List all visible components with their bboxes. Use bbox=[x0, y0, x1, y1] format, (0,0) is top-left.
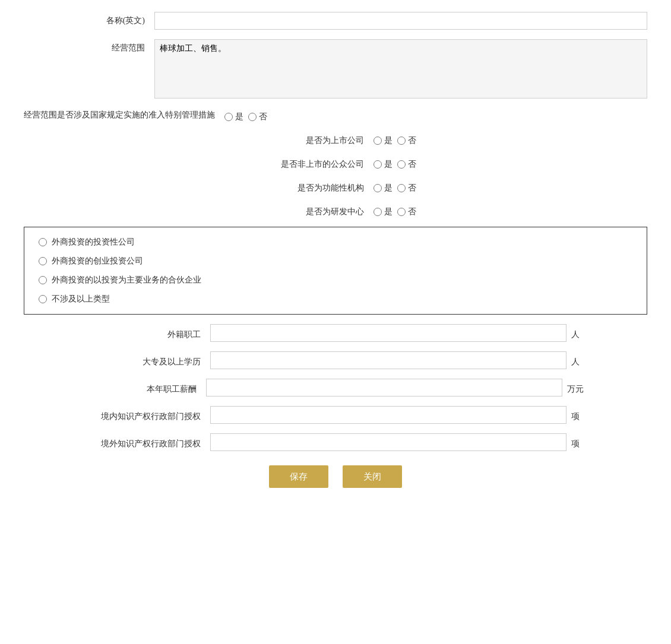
rnd-center-no-text: 否 bbox=[408, 207, 416, 217]
button-area: 保存 关闭 bbox=[24, 465, 647, 488]
investment-option-3-text: 外商投资的以投资为主要业务的合伙企业 bbox=[52, 275, 201, 285]
investment-option-1-text: 外商投资的投资性公司 bbox=[52, 237, 135, 248]
non-listed-public-label: 是否非上市的公众公司 bbox=[255, 156, 374, 170]
investment-type-radio-1[interactable] bbox=[39, 238, 47, 246]
annual-salary-row: 本年职工薪酬 万元 bbox=[24, 379, 647, 396]
special-management-no-radio[interactable] bbox=[248, 113, 257, 121]
non-listed-public-row: 是否非上市的公众公司 是 否 bbox=[24, 156, 647, 170]
foreign-workers-label: 外籍职工 bbox=[91, 326, 210, 340]
investment-option-1[interactable]: 外商投资的投资性公司 bbox=[39, 237, 632, 248]
investment-option-2[interactable]: 外商投资的创业投资公司 bbox=[39, 256, 632, 267]
listed-company-yes-radio[interactable] bbox=[374, 137, 382, 145]
foreign-ip-row: 境外知识产权行政部门授权 项 bbox=[24, 433, 647, 451]
domestic-ip-row: 境内知识产权行政部门授权 项 bbox=[24, 406, 647, 424]
special-management-label: 经营范围是否涉及国家规定实施的准入特别管理措施 bbox=[24, 110, 224, 120]
rnd-center-row: 是否为研发中心 是 否 bbox=[24, 203, 647, 217]
functional-org-radio-group: 是 否 bbox=[374, 179, 416, 193]
foreign-workers-input[interactable] bbox=[210, 324, 566, 342]
non-listed-public-yes-label[interactable]: 是 bbox=[374, 159, 393, 170]
functional-org-row: 是否为功能性机构 是 否 bbox=[24, 179, 647, 193]
rnd-center-yes-text: 是 bbox=[384, 207, 393, 217]
business-scope-label: 经营范围 bbox=[24, 39, 154, 53]
foreign-ip-input[interactable] bbox=[210, 433, 566, 451]
name-en-row: 各称(英文) bbox=[24, 12, 647, 30]
rnd-center-radio-group: 是 否 bbox=[374, 203, 416, 217]
special-management-yes-text: 是 bbox=[235, 112, 243, 122]
rnd-center-yes-label[interactable]: 是 bbox=[374, 207, 393, 217]
functional-org-yes-label[interactable]: 是 bbox=[374, 183, 393, 193]
foreign-workers-unit: 人 bbox=[566, 326, 580, 340]
college-degree-input[interactable] bbox=[210, 351, 566, 369]
investment-option-4-text: 不涉及以上类型 bbox=[52, 294, 110, 304]
functional-org-label: 是否为功能性机构 bbox=[255, 179, 374, 193]
annual-salary-input[interactable] bbox=[206, 379, 562, 396]
non-listed-public-yes-radio[interactable] bbox=[374, 160, 382, 169]
non-listed-public-yes-text: 是 bbox=[384, 159, 393, 170]
special-management-no-text: 否 bbox=[259, 112, 267, 122]
business-scope-input[interactable]: 棒球加工、销售。 bbox=[154, 39, 647, 99]
college-degree-row: 大专及以上学历 人 bbox=[24, 351, 647, 369]
form-container: 各称(英文) 经营范围 棒球加工、销售。 经营范围是否涉及国家规定实施的准入特别… bbox=[24, 12, 647, 488]
special-management-yes-radio[interactable] bbox=[224, 113, 233, 121]
listed-company-row: 是否为上市公司 是 否 bbox=[24, 132, 647, 146]
rnd-center-label: 是否为研发中心 bbox=[255, 203, 374, 217]
listed-company-no-radio[interactable] bbox=[397, 137, 406, 145]
name-en-label: 各称(英文) bbox=[24, 12, 154, 26]
special-management-radio-group: 是 否 bbox=[224, 108, 267, 122]
non-listed-public-radio-group: 是 否 bbox=[374, 156, 416, 170]
non-listed-public-no-label[interactable]: 否 bbox=[397, 159, 416, 170]
listed-company-no-text: 否 bbox=[408, 135, 416, 146]
foreign-workers-row: 外籍职工 人 bbox=[24, 324, 647, 342]
non-listed-public-no-radio[interactable] bbox=[397, 160, 406, 169]
rnd-center-yes-radio[interactable] bbox=[374, 208, 382, 216]
functional-org-no-radio[interactable] bbox=[397, 184, 406, 192]
business-scope-row: 经营范围 棒球加工、销售。 bbox=[24, 39, 647, 99]
listed-company-yes-text: 是 bbox=[384, 135, 393, 146]
domestic-ip-unit: 项 bbox=[566, 408, 580, 422]
close-button[interactable]: 关闭 bbox=[343, 465, 402, 488]
domestic-ip-input[interactable] bbox=[210, 406, 566, 424]
investment-type-radio-3[interactable] bbox=[39, 276, 47, 284]
non-listed-public-no-text: 否 bbox=[408, 159, 416, 170]
annual-salary-unit: 万元 bbox=[562, 380, 584, 395]
investment-type-radio-4[interactable] bbox=[39, 295, 47, 303]
listed-company-label: 是否为上市公司 bbox=[255, 132, 374, 146]
investment-option-2-text: 外商投资的创业投资公司 bbox=[52, 256, 143, 267]
investment-type-radio-2[interactable] bbox=[39, 257, 47, 265]
special-management-row: 经营范围是否涉及国家规定实施的准入特别管理措施 是 否 bbox=[24, 108, 647, 122]
investment-option-4[interactable]: 不涉及以上类型 bbox=[39, 294, 632, 304]
functional-org-yes-radio[interactable] bbox=[374, 184, 382, 192]
listed-company-yes-label[interactable]: 是 bbox=[374, 135, 393, 146]
rnd-center-no-label[interactable]: 否 bbox=[397, 207, 416, 217]
functional-org-yes-text: 是 bbox=[384, 183, 393, 193]
listed-company-no-label[interactable]: 否 bbox=[397, 135, 416, 146]
annual-salary-label: 本年职工薪酬 bbox=[87, 380, 206, 395]
special-management-no-label[interactable]: 否 bbox=[248, 112, 267, 122]
save-button[interactable]: 保存 bbox=[269, 465, 328, 488]
investment-option-3[interactable]: 外商投资的以投资为主要业务的合伙企业 bbox=[39, 275, 632, 285]
name-en-input[interactable] bbox=[154, 12, 647, 30]
college-degree-unit: 人 bbox=[566, 353, 580, 367]
foreign-ip-label: 境外知识产权行政部门授权 bbox=[91, 435, 210, 449]
functional-org-no-text: 否 bbox=[408, 183, 416, 193]
foreign-ip-unit: 项 bbox=[566, 435, 580, 449]
special-management-yes-label[interactable]: 是 bbox=[224, 112, 243, 122]
college-degree-label: 大专及以上学历 bbox=[91, 353, 210, 367]
functional-org-no-label[interactable]: 否 bbox=[397, 183, 416, 193]
domestic-ip-label: 境内知识产权行政部门授权 bbox=[91, 408, 210, 422]
listed-company-radio-group: 是 否 bbox=[374, 132, 416, 146]
rnd-center-no-radio[interactable] bbox=[397, 208, 406, 216]
investment-type-box: 外商投资的投资性公司 外商投资的创业投资公司 外商投资的以投资为主要业务的合伙企… bbox=[24, 227, 647, 315]
